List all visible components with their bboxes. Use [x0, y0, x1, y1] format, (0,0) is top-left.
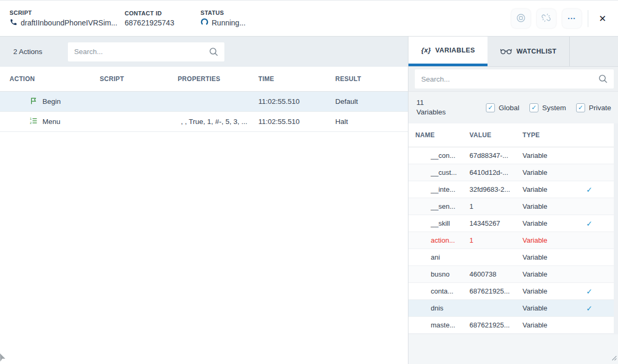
variable-row[interactable]: conta... 687621925... Variable ✓ [408, 283, 614, 300]
filter-global-label: Global [499, 104, 519, 112]
script-name: draftIInboundPhoneIVRSim... [21, 19, 117, 27]
tab-variables-label: VARIABLES [436, 47, 475, 54]
variables-count: 11 Variables [416, 98, 476, 117]
topbar: SCRIPT draftIInboundPhoneIVRSim... CONTA… [0, 1, 618, 37]
close-button[interactable]: ✕ [595, 10, 611, 28]
action-time: 11:02:55.510 [258, 97, 335, 105]
variables-search [415, 69, 614, 88]
col-script: SCRIPT [100, 75, 178, 83]
variable-row-error[interactable]: action... 1 Variable [408, 232, 614, 249]
action-result: Halt [335, 118, 408, 126]
script-debugger-window: SCRIPT draftIInboundPhoneIVRSim... CONTA… [0, 0, 618, 364]
checkbox-checked-icon[interactable]: ✓ [486, 103, 495, 112]
filter-system-label: System [542, 104, 566, 112]
filter-private-label: Private [589, 104, 611, 112]
flag-icon [29, 96, 38, 106]
col-result: RESULT [335, 75, 408, 83]
col-action: ACTION [10, 75, 100, 83]
actions-table-header: ACTION SCRIPT PROPERTIES TIME RESULT [0, 67, 408, 92]
broken-link-icon [541, 13, 551, 24]
panel-footer [408, 334, 618, 364]
contact-id-label: CONTACT ID [125, 10, 201, 16]
col-value: VALUE [469, 131, 523, 139]
variable-row[interactable]: busno 4600738 Variable [408, 266, 614, 283]
col-time: TIME [258, 75, 335, 83]
tab-variables[interactable]: {x} VARIABLES [408, 37, 488, 66]
watched-check-icon: ✓ [586, 304, 593, 313]
action-result: Default [335, 97, 408, 105]
topbar-actions: ... ✕ [511, 1, 611, 37]
variable-row[interactable]: __inte... 32fd9683-2... Variable ✓ [408, 181, 614, 198]
svg-text:2: 2 [30, 121, 32, 125]
search-icon [598, 74, 608, 86]
watched-check-icon: ✓ [586, 219, 593, 228]
detach-button[interactable] [537, 9, 556, 28]
variables-search-input[interactable] [415, 69, 614, 88]
watched-check-icon: ✓ [586, 287, 593, 296]
variables-table-header: NAME VALUE TYPE [408, 123, 614, 147]
watched-check-icon: ✓ [586, 185, 593, 194]
status-value: Running... [212, 19, 246, 27]
actions-panel: 2 Actions ACTION SCRIPT PROPERTIES TIME … [0, 37, 408, 364]
contact-info: CONTACT ID 687621925743 [125, 10, 201, 27]
tab-watchlist[interactable]: WATCHLIST [488, 37, 570, 66]
script-label: SCRIPT [10, 10, 125, 16]
variable-row[interactable]: __sen... 1 Variable [408, 198, 614, 215]
status-label: STATUS [201, 10, 264, 16]
stop-debug-button[interactable] [511, 9, 530, 28]
variables-table: NAME VALUE TYPE __con... 67d88347-... Va… [408, 123, 614, 334]
col-properties: PROPERTIES [178, 75, 258, 83]
search-icon [208, 47, 219, 59]
col-type: TYPE [523, 131, 581, 139]
action-time: 11:02:55.510 [258, 118, 335, 126]
actions-toolbar: 2 Actions [0, 37, 408, 67]
checkbox-checked-icon[interactable]: ✓ [529, 103, 538, 112]
variables-panel: {x} VARIABLES WATCHLIST [408, 37, 618, 364]
action-name: Begin [42, 97, 61, 105]
actions-count: 2 Actions [13, 48, 42, 56]
variables-search-row [408, 67, 618, 92]
mouse-cursor [0, 353, 6, 364]
variable-row-selected[interactable]: dnis Variable ✓ [408, 300, 614, 317]
variables-filters: 11 Variables ✓ Global ✓ System ✓ Private [408, 92, 618, 123]
action-name: Menu [42, 118, 60, 126]
variable-row[interactable]: __con... 67d88347-... Variable [408, 147, 614, 164]
variable-row[interactable]: ani Variable [408, 249, 614, 266]
filter-system[interactable]: ✓ System [529, 103, 566, 112]
action-row-menu[interactable]: 1 2 Menu , , True, 1, #-, 5, 3, ... 11:0… [0, 112, 408, 132]
variable-row[interactable]: maste... 687621925... Variable [408, 317, 614, 334]
numbered-list-icon: 1 2 [29, 117, 38, 127]
variables-tabs: {x} VARIABLES WATCHLIST [408, 37, 618, 67]
topbar-separator [588, 10, 588, 27]
filter-global[interactable]: ✓ Global [486, 103, 519, 112]
filter-private[interactable]: ✓ Private [576, 103, 611, 112]
more-options-button[interactable]: ... [562, 9, 581, 28]
checkbox-checked-icon[interactable]: ✓ [576, 103, 585, 112]
resize-grip[interactable] [610, 353, 617, 363]
phone-icon [10, 18, 18, 28]
variable-row[interactable]: __skill 14345267 Variable ✓ [408, 215, 614, 232]
spinner-icon [201, 18, 208, 28]
variables-icon: {x} [421, 46, 431, 54]
action-properties: , , True, 1, #-, 5, 3, ... [178, 118, 258, 126]
actions-search-input[interactable] [68, 42, 224, 61]
variable-row[interactable]: __cust... 6410d12d-... Variable [408, 164, 614, 181]
action-row-begin[interactable]: Begin 11:02:55.510 Default [0, 92, 408, 112]
tab-watchlist-label: WATCHLIST [516, 48, 556, 55]
col-name: NAME [415, 131, 469, 139]
actions-search [68, 42, 224, 61]
stop-circle-icon [516, 13, 526, 24]
contact-id-value: 687621925743 [125, 19, 174, 27]
script-info: SCRIPT draftIInboundPhoneIVRSim... [10, 10, 125, 28]
status-info: STATUS Running... [201, 10, 264, 28]
svg-text:1: 1 [30, 117, 32, 120]
glasses-icon [500, 47, 512, 57]
